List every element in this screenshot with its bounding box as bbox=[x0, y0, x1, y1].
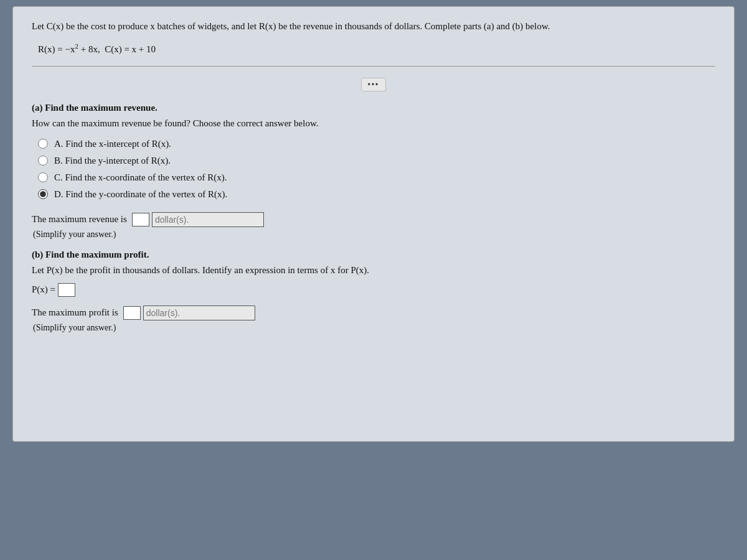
radio-b-label: B. Find the y-intercept of R(x). bbox=[54, 156, 171, 166]
radio-a-label: A. Find the x-intercept of R(x). bbox=[54, 139, 171, 149]
more-btn-row: ••• bbox=[32, 78, 715, 91]
main-card: Let C(x) be the cost to produce x batche… bbox=[12, 6, 735, 442]
radio-option-a[interactable]: A. Find the x-intercept of R(x). bbox=[38, 139, 715, 149]
px-input-box[interactable] bbox=[58, 283, 75, 297]
formula-line: R(x) = −x2 + 8x, C(x) = x + 10 bbox=[38, 42, 715, 55]
radio-c-label: C. Find the x-coordinate of the vertex o… bbox=[54, 172, 227, 183]
part-b-simplify-note: (Simplify your answer.) bbox=[33, 323, 715, 333]
radio-c[interactable] bbox=[38, 172, 48, 182]
radio-d-label: D. Find the y-coordinate of the vertex o… bbox=[54, 189, 227, 200]
more-button[interactable]: ••• bbox=[361, 78, 387, 91]
max-revenue-input-box[interactable] bbox=[132, 213, 149, 226]
part-b-label: (b) Find the maximum profit. bbox=[32, 250, 715, 260]
part-a-simplify-note: (Simplify your answer.) bbox=[33, 230, 715, 240]
radio-b[interactable] bbox=[38, 156, 48, 166]
px-row: P(x) = bbox=[32, 283, 715, 297]
radio-d[interactable] bbox=[38, 189, 48, 199]
problem-statement: Let C(x) be the cost to produce x batche… bbox=[32, 19, 715, 34]
max-profit-answer-row: The maximum profit is bbox=[32, 306, 715, 320]
divider bbox=[32, 66, 715, 67]
max-profit-input[interactable] bbox=[143, 306, 255, 320]
radio-option-d[interactable]: D. Find the y-coordinate of the vertex o… bbox=[38, 189, 715, 200]
max-profit-input-box[interactable] bbox=[123, 306, 141, 320]
profit-description: Let P(x) be the profit in thousands of d… bbox=[32, 265, 715, 276]
max-profit-prefix: The maximum profit is bbox=[32, 307, 118, 318]
max-revenue-prefix: The maximum revenue is bbox=[32, 214, 127, 225]
max-revenue-answer-row: The maximum revenue is bbox=[32, 212, 715, 227]
radio-a[interactable] bbox=[38, 139, 48, 149]
part-a-label: (a) Find the maximum revenue. bbox=[32, 103, 715, 113]
radio-option-c[interactable]: C. Find the x-coordinate of the vertex o… bbox=[38, 172, 715, 183]
superscript-2: 2 bbox=[75, 42, 78, 50]
part-a-question: How can the maximum revenue be found? Ch… bbox=[32, 118, 715, 129]
max-revenue-input[interactable] bbox=[152, 212, 264, 227]
px-prefix: P(x) = bbox=[32, 284, 55, 295]
radio-group: A. Find the x-intercept of R(x). B. Find… bbox=[38, 139, 715, 200]
radio-option-b[interactable]: B. Find the y-intercept of R(x). bbox=[38, 156, 715, 166]
